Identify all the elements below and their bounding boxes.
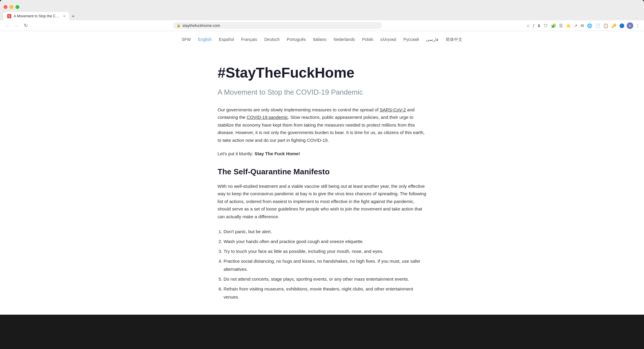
nav-link-[interactable]: 简体中文 bbox=[446, 37, 462, 42]
bluntly-bold: Stay The Fuck Home! bbox=[254, 151, 300, 156]
star-icon[interactable]: ☆ bbox=[526, 23, 531, 29]
tabs-bar: S A Movement to Stop the COVI... × + bbox=[0, 12, 644, 20]
nav-link-deutsch[interactable]: Deutsch bbox=[264, 37, 279, 42]
list-item: Try to touch your face as little as poss… bbox=[224, 247, 427, 255]
bluntly-paragraph: Let's put it bluntly: Stay The Fuck Home… bbox=[218, 150, 427, 158]
vpn-icon[interactable]: 🔵 bbox=[619, 23, 625, 29]
intro-paragraph: Our governments are only slowly implemen… bbox=[218, 106, 427, 144]
page-content: #StayTheFuckHome A Movement to Stop the … bbox=[206, 47, 438, 315]
lock-icon: 🔒 bbox=[177, 24, 181, 27]
section-title: The Self-Quarantine Manifesto bbox=[218, 167, 427, 176]
tab-favicon: S bbox=[7, 14, 11, 18]
list-item: Practice social distancing, no hugs and … bbox=[224, 257, 427, 273]
puzzle-icon[interactable]: 🧩 bbox=[550, 23, 557, 29]
page-wrapper: SFWEnglishEspañolFrançaisDeutschPortuguê… bbox=[0, 31, 644, 315]
tab-title: A Movement to Stop the COVI... bbox=[14, 14, 61, 18]
clipboard-icon[interactable]: 📋 bbox=[603, 23, 609, 29]
nav-link-espaol[interactable]: Español bbox=[219, 37, 234, 42]
manifesto-paragraph: With no well-studied treatment and a via… bbox=[218, 182, 427, 221]
new-tab-button[interactable]: + bbox=[72, 14, 75, 20]
titlebar bbox=[0, 0, 644, 11]
tab-close-icon[interactable]: × bbox=[63, 14, 66, 19]
language-nav: SFWEnglishEspañolFrançaisDeutschPortuguê… bbox=[0, 31, 644, 47]
address-bar[interactable]: 🔒 staythefuckhome.com bbox=[173, 22, 382, 29]
nav-link-franais[interactable]: Français bbox=[241, 37, 257, 42]
nav-link-sfw[interactable]: SFW bbox=[182, 37, 191, 42]
download-icon[interactable]: ⬇ bbox=[537, 23, 541, 29]
toolbar-right: ☆ 𝑓 ⬇ 🛡 🧩 ☰ ⭐ ↗ ✉ 🌐 📄 📋 🔑 🔵 A ⋮ bbox=[526, 22, 640, 29]
close-button[interactable] bbox=[4, 5, 7, 9]
translate-icon[interactable]: 🌐 bbox=[586, 23, 593, 29]
extensions-icon[interactable]: 𝑓 bbox=[532, 22, 535, 29]
browser-tab[interactable]: S A Movement to Stop the COVI... × bbox=[4, 12, 69, 20]
nav-link-[interactable]: ελληνικά bbox=[380, 37, 396, 42]
readinglist-icon[interactable]: ☰ bbox=[558, 23, 563, 29]
list-item: Do not attend concerts, stage plays, spo… bbox=[224, 275, 427, 283]
browser-chrome: S A Movement to Stop the COVI... × + ← →… bbox=[0, 0, 644, 31]
mail-icon[interactable]: ✉ bbox=[580, 23, 585, 29]
shield-icon[interactable]: 🛡 bbox=[543, 23, 549, 29]
pdf-icon[interactable]: 📄 bbox=[594, 23, 601, 29]
bookmark-icon[interactable]: ⭐ bbox=[565, 23, 572, 29]
profile-button[interactable]: A bbox=[627, 22, 633, 29]
nav-link-portugus[interactable]: Português bbox=[287, 37, 306, 42]
nav-link-italiano[interactable]: Italiano bbox=[313, 37, 326, 42]
sars-link[interactable]: SARS-CoV-2 bbox=[380, 107, 406, 112]
nav-link-polski[interactable]: Polski bbox=[362, 37, 373, 42]
list-item: Don't panic, but be alert. bbox=[224, 227, 427, 236]
page-title: #StayTheFuckHome bbox=[218, 65, 427, 81]
covid-link[interactable]: COVID-19 pandemic bbox=[247, 115, 288, 120]
browser-window: S A Movement to Stop the COVI... × + ← →… bbox=[0, 0, 644, 315]
bluntly-prefix: Let's put it bluntly: bbox=[218, 151, 255, 156]
reload-button[interactable]: ↻ bbox=[23, 22, 29, 29]
url-text: staythefuckhome.com bbox=[183, 23, 378, 28]
menu-icon[interactable]: ⋮ bbox=[635, 23, 640, 29]
password-icon[interactable]: 🔑 bbox=[611, 23, 617, 29]
manifesto-list: Don't panic, but be alert.Wash your hand… bbox=[218, 227, 427, 301]
list-item: Refrain from visiting museums, exhibitio… bbox=[224, 285, 427, 301]
list-item: Wash your hands often and practice good … bbox=[224, 237, 427, 245]
nav-link-english[interactable]: English bbox=[198, 37, 212, 42]
page-subtitle: A Movement to Stop the COVID-19 Pandemic bbox=[218, 88, 427, 96]
nav-link-[interactable]: فارسی bbox=[426, 37, 438, 42]
traffic-lights bbox=[4, 5, 19, 9]
minimize-button[interactable] bbox=[10, 5, 13, 9]
back-button[interactable]: ← bbox=[4, 22, 11, 29]
nav-link-[interactable]: Русский bbox=[403, 37, 419, 42]
nav-link-nederlands[interactable]: Nederlands bbox=[333, 37, 355, 42]
maximize-button[interactable] bbox=[16, 5, 19, 9]
forward-button[interactable]: → bbox=[13, 22, 20, 29]
forward2-icon[interactable]: ↗ bbox=[573, 23, 578, 29]
addressbar-row: ← → ↻ 🔒 staythefuckhome.com ☆ 𝑓 ⬇ 🛡 🧩 ☰ … bbox=[0, 20, 644, 31]
